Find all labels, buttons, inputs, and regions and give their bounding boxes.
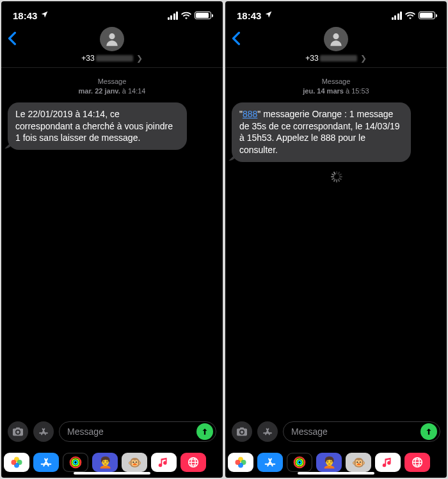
cellular-icon [392,12,403,20]
app-activity[interactable] [287,453,312,472]
send-button[interactable] [420,423,437,440]
status-time: 18:43 [237,10,261,21]
chevron-right-icon: ❯ [136,54,143,63]
svg-point-0 [109,33,115,39]
status-time: 18:43 [13,10,37,21]
input-placeholder: Message [67,426,104,437]
phone-screen-right: 18:43 +33 ❯ Message jeu. 14 mar [225,1,447,478]
phone-prefix: +33 [81,54,94,63]
avatar[interactable] [324,27,348,51]
redacted-number [320,55,357,61]
input-bar: Message [225,416,447,447]
location-icon [40,10,49,20]
timestamp-header: Message mar. 22 janv. à 14:14 [8,77,216,96]
app-activity[interactable] [63,453,88,472]
svg-point-17 [298,460,301,464]
svg-point-4 [11,460,16,465]
app-appstore[interactable] [257,453,283,472]
cellular-icon [168,12,179,20]
back-button[interactable] [8,29,17,50]
app-memoji-1[interactable]: 🧑‍🦱 [92,453,118,472]
home-indicator[interactable] [298,472,374,475]
redacted-number [96,55,133,61]
phone-prefix: +33 [305,54,318,63]
wifi-icon [181,10,191,21]
app-animoji[interactable]: 🐵 [346,453,371,472]
link-888[interactable]: 888 [243,109,257,119]
input-bar: Message [1,416,223,447]
message-input[interactable]: Message [283,421,440,442]
app-photos[interactable] [228,453,253,472]
svg-point-14 [235,460,240,465]
app-music[interactable] [151,453,177,472]
contact-name[interactable]: +33 ❯ [81,54,142,63]
chevron-right-icon: ❯ [360,54,367,63]
battery-icon [419,12,435,19]
contact-name[interactable]: +33 ❯ [305,54,366,63]
app-animoji[interactable]: 🐵 [122,453,147,472]
app-appstore[interactable] [33,453,59,472]
app-memoji-1[interactable]: 🧑‍🦱 [316,453,342,472]
phone-screen-left: 18:43 +33 ❯ Message mar. 22 jan [1,1,223,478]
status-bar: 18:43 [225,1,447,24]
message-bubble[interactable]: Le 22/01/2019 à 14:14, ce correspondant … [8,102,187,150]
svg-point-7 [74,460,77,464]
loading-spinner [330,171,342,183]
app-photos[interactable] [4,453,29,472]
message-text: "888" messagerie Orange : 1 message de 3… [239,109,400,156]
svg-point-10 [333,33,339,39]
message-input[interactable]: Message [59,421,216,442]
location-icon [264,10,273,20]
app-music[interactable] [375,453,401,472]
send-button[interactable] [196,423,213,440]
camera-button[interactable] [232,421,252,442]
conversation-area: Message mar. 22 janv. à 14:14 Le 22/01/2… [1,68,223,416]
conversation-header: +33 ❯ [1,24,223,68]
wifi-icon [405,10,415,21]
appstore-button[interactable] [257,421,278,442]
home-indicator[interactable] [74,472,150,475]
conversation-area: Message jeu. 14 mars à 15:53 "888" messa… [225,68,447,416]
appstore-button[interactable] [33,421,54,442]
conversation-header: +33 ❯ [225,24,447,68]
back-button[interactable] [232,29,241,50]
battery-icon [195,12,211,19]
message-bubble[interactable]: "888" messagerie Orange : 1 message de 3… [232,102,411,163]
message-text: Le 22/01/2019 à 14:14, ce correspondant … [15,109,173,143]
avatar[interactable] [100,27,124,51]
app-web[interactable] [180,453,206,472]
timestamp-header: Message jeu. 14 mars à 15:53 [232,77,440,96]
input-placeholder: Message [291,426,328,437]
camera-button[interactable] [8,421,28,442]
status-bar: 18:43 [1,1,223,24]
app-web[interactable] [404,453,430,472]
